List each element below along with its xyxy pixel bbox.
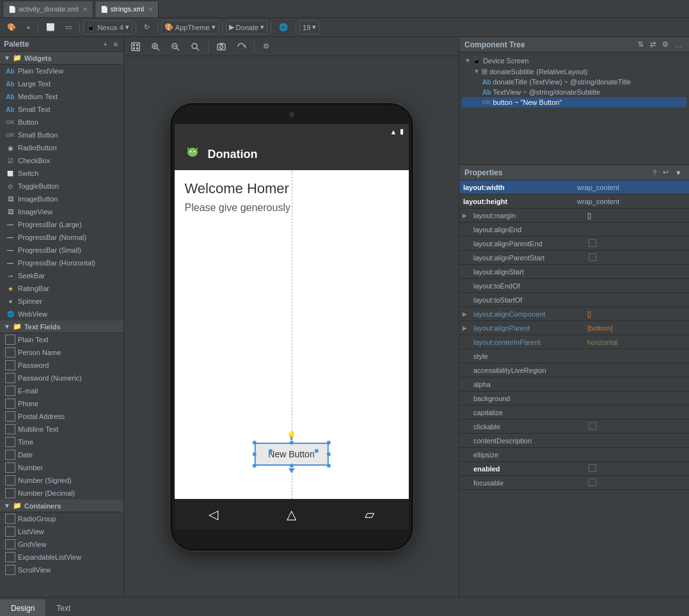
palette-item-ratingbar[interactable]: ★ RatingBar xyxy=(0,282,123,295)
prop-row-clickable[interactable]: clickable xyxy=(459,420,689,434)
palette-item-imagebutton[interactable]: 🖼 ImageButton xyxy=(0,193,123,205)
palette-item-progressbar-h[interactable]: — ProgressBar (Horizontal) xyxy=(0,257,123,269)
prop-row-capitalize[interactable]: capitalize xyxy=(459,406,689,420)
new-button[interactable]: New Button xyxy=(254,443,328,466)
palette-item-radiogroup[interactable]: RadioGroup xyxy=(0,512,123,525)
prop-row-background[interactable]: background xyxy=(459,391,689,406)
palette-item-imageview[interactable]: 🖼 ImageView xyxy=(0,205,123,218)
tree-item-donate-subtitle[interactable]: ▼ ▦ donateSubtitle (RelativeLayout) xyxy=(462,66,686,77)
palette-item-progressbar-large[interactable]: — ProgressBar (Large) xyxy=(0,218,123,231)
zoom-out-btn[interactable] xyxy=(166,40,184,54)
orientation-btn[interactable]: ↻ xyxy=(139,20,154,35)
prop-row-align-end[interactable]: layout:alignEnd xyxy=(459,223,689,237)
props-filter-btn[interactable]: ▼ xyxy=(673,168,684,177)
palette-item-expandablelistview[interactable]: ExpandableListView xyxy=(0,551,123,564)
palette-item-radiobutton[interactable]: ◉ RadioButton xyxy=(0,141,123,154)
palette-item-small-text[interactable]: Ab Small Text xyxy=(0,103,123,116)
refresh-btn[interactable] xyxy=(232,40,250,54)
prop-row-align-start[interactable]: layout:alignStart xyxy=(459,265,689,279)
orient-landscape-btn[interactable]: ▭ xyxy=(61,20,76,35)
palette-category-containers[interactable]: ▼ 📁 Containers xyxy=(0,500,123,512)
tree-item-button[interactable]: OK button ~ "New Button" xyxy=(462,97,686,107)
tab-design[interactable]: Design xyxy=(0,599,45,616)
actual-size-btn[interactable] xyxy=(186,40,204,54)
palette-item-date[interactable]: Date xyxy=(0,448,123,461)
palette-item-button[interactable]: OK Button xyxy=(0,116,123,129)
prop-row-style[interactable]: style xyxy=(459,349,689,363)
palette-item-person-name[interactable]: Person Name xyxy=(0,346,123,359)
activity-dropdown[interactable]: ▶ Donate ▾ xyxy=(226,20,267,35)
checkbox-enabled[interactable] xyxy=(589,464,596,472)
palette-expand-btn[interactable]: + xyxy=(101,40,109,49)
palette-item-large-text[interactable]: Ab Large Text xyxy=(0,77,123,90)
prop-row-layout-width[interactable]: layout:width wrap_content xyxy=(459,180,689,194)
prop-row-to-start-of[interactable]: layout:toStartOf xyxy=(459,293,689,307)
tab-strings[interactable]: 📄 strings.xml ✕ xyxy=(95,1,159,17)
palette-item-progressbar-normal[interactable]: — ProgressBar (Normal) xyxy=(0,231,123,244)
language-btn[interactable]: 🌐 xyxy=(274,20,292,35)
palette-item-password[interactable]: Password xyxy=(0,359,123,372)
palette-item-progressbar-small[interactable]: — ProgressBar (Small) xyxy=(0,244,123,257)
prop-row-ellipsize[interactable]: ellipsize xyxy=(459,448,689,462)
palette-item-postal[interactable]: Postal Address xyxy=(0,410,123,423)
palette-category-widgets[interactable]: ▼ 📁 Widgets xyxy=(0,52,123,65)
tab-close-1[interactable]: ✕ xyxy=(148,6,153,13)
palette-list-btn[interactable]: ≡ xyxy=(112,40,120,49)
palette-item-checkbox[interactable]: ☑ CheckBox xyxy=(0,154,123,167)
prop-row-center-in-parent[interactable]: layout:centerInParent horizontal xyxy=(459,335,689,349)
palette-item-small-button[interactable]: OK Small Button xyxy=(0,129,123,141)
tree-settings-btn[interactable]: ⚙ xyxy=(660,40,670,49)
prop-row-align-parent[interactable]: ▶ layout:alignParent [bottom] xyxy=(459,321,689,335)
prop-row-align-component[interactable]: ▶ layout:alignComponent [] xyxy=(459,307,689,321)
palette-item-number-decimal[interactable]: Number (Decimal) xyxy=(0,487,123,500)
palette-item-switch[interactable]: ⬜ Switch xyxy=(0,167,123,180)
palette-item-plain-text[interactable]: Plain Text xyxy=(0,333,123,346)
phone-content[interactable]: Welcome Homer Please give generously 💡 N… xyxy=(175,170,409,499)
prop-row-layout-height[interactable]: layout:height wrap_content xyxy=(459,194,689,209)
prop-row-accessibility[interactable]: accessibilityLiveRegion xyxy=(459,363,689,377)
prop-row-content-desc[interactable]: contentDescription xyxy=(459,434,689,448)
palette-item-scrollview[interactable]: ScrollView xyxy=(0,564,123,576)
palette-item-togglebutton[interactable]: ⊙ ToggleButton xyxy=(0,180,123,193)
palette-item-plain-textview[interactable]: Ab Plain TextView xyxy=(0,65,123,77)
palette-item-email[interactable]: E-mail xyxy=(0,384,123,397)
tab-close-0[interactable]: ✕ xyxy=(83,6,88,13)
tree-more-btn[interactable]: … xyxy=(673,40,684,49)
add-icon-btn[interactable]: + xyxy=(22,20,35,35)
prop-row-layout-margin[interactable]: ▶ layout:margin [] xyxy=(459,209,689,223)
tree-item-device-screen[interactable]: ▼ 📱 Device Screen xyxy=(462,55,686,66)
theme-dropdown[interactable]: 🎨 AppTheme ▾ xyxy=(161,20,219,35)
palette-item-webview[interactable]: 🌐 WebView xyxy=(0,308,123,320)
orient-portrait-btn[interactable]: ⬜ xyxy=(42,20,59,35)
capture-btn[interactable] xyxy=(212,40,230,54)
palette-item-medium-text[interactable]: Ab Medium Text xyxy=(0,90,123,103)
tree-expand-all-btn[interactable]: ⇅ xyxy=(636,40,645,49)
prop-row-enabled[interactable]: enabled xyxy=(459,462,689,476)
props-help-btn[interactable]: ? xyxy=(651,168,658,177)
palette-item-phone[interactable]: Phone xyxy=(0,397,123,410)
palette-item-multiline[interactable]: Multiline Text xyxy=(0,423,123,436)
palette-item-number[interactable]: Number xyxy=(0,461,123,474)
prop-row-align-parent-end[interactable]: layout:alignParentEnd xyxy=(459,237,689,251)
device-dropdown[interactable]: 📱 Nexus 4 ▾ xyxy=(83,20,132,35)
tab-text[interactable]: Text xyxy=(45,599,81,616)
prop-row-align-parent-start[interactable]: layout:alignParentStart xyxy=(459,251,689,265)
palette-toggle-btn[interactable]: 🎨 xyxy=(3,20,20,35)
prop-row-to-end-of[interactable]: layout:toEndOf xyxy=(459,279,689,293)
prop-row-alpha[interactable]: alpha xyxy=(459,377,689,391)
palette-item-number-signed[interactable]: Number (Signed) xyxy=(0,474,123,487)
prop-row-focusable[interactable]: focusable xyxy=(459,476,689,490)
checkbox-align-parent-end[interactable] xyxy=(589,239,596,247)
palette-item-spinner[interactable]: ▾ Spinner xyxy=(0,295,123,308)
palette-item-gridview[interactable]: GridView xyxy=(0,538,123,551)
checkbox-align-parent-start[interactable] xyxy=(589,253,596,261)
api-dropdown[interactable]: 19 ▾ xyxy=(299,20,319,35)
zoom-in-btn[interactable] xyxy=(147,40,164,54)
palette-item-listview[interactable]: ListView xyxy=(0,525,123,538)
tree-collapse-all-btn[interactable]: ⇄ xyxy=(648,40,658,49)
props-undo-btn[interactable]: ↩ xyxy=(661,168,670,177)
palette-item-time[interactable]: Time xyxy=(0,436,123,448)
tree-item-donate-title[interactable]: Ab donateTitle (TextView) ~ @string/dona… xyxy=(462,77,686,87)
checkbox-clickable[interactable] xyxy=(589,422,596,430)
fit-screen-btn[interactable] xyxy=(127,40,145,54)
